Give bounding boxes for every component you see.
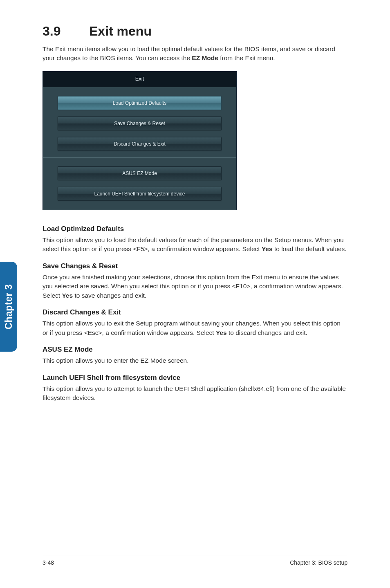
intro-paragraph: The Exit menu items allow you to load th… <box>43 45 347 63</box>
section-heading: Load Optimized Defaults <box>43 225 347 233</box>
section-text: This option allows you to attempt to lau… <box>43 385 346 401</box>
intro-text-c: from the Exit menu. <box>218 54 275 61</box>
page-heading: 3.9Exit menu <box>43 24 347 39</box>
section-paragraph: Once you are finished making your select… <box>43 273 347 300</box>
menu-item-discard-changes-exit[interactable]: Discard Changes & Exit <box>58 137 222 151</box>
menu-divider <box>43 157 236 158</box>
section-paragraph: This option allows you to load the defau… <box>43 236 347 254</box>
footer-chapter-title: Chapter 3: BIOS setup <box>290 559 347 566</box>
menu-item-save-changes-reset[interactable]: Save Changes & Reset <box>58 117 222 130</box>
section-bold-text: Yes <box>216 329 227 336</box>
menu-body: Load Optimized Defaults Save Changes & R… <box>43 87 236 210</box>
heading-title: Exit menu <box>89 24 152 38</box>
intro-text-a: The Exit menu items allow you to load th… <box>43 45 335 61</box>
section-text: to load the default values. <box>273 245 347 252</box>
section-paragraph: This option allows you to attempt to lau… <box>43 384 347 403</box>
section-heading: Save Changes & Reset <box>43 262 347 270</box>
exit-menu-screenshot: Exit Load Optimized Defaults Save Change… <box>43 71 237 210</box>
section-text: This option allows you to enter the EZ M… <box>43 357 189 364</box>
section-heading: ASUS EZ Mode <box>43 346 347 354</box>
section-heading: Launch UEFI Shell from filesystem device <box>43 374 347 382</box>
page-footer: 3-48 Chapter 3: BIOS setup <box>43 556 347 566</box>
menu-item-load-optimized-defaults[interactable]: Load Optimized Defaults <box>58 96 222 110</box>
footer-page-number: 3-48 <box>43 559 54 566</box>
intro-text-bold: EZ Mode <box>192 54 218 61</box>
menu-item-launch-uefi-shell[interactable]: Launch UEFI Shell from filesystem device <box>58 187 222 201</box>
chapter-side-tab: Chapter 3 <box>0 262 17 352</box>
menu-title: Exit <box>43 72 236 87</box>
section-text: to save changes and exit. <box>73 292 146 299</box>
sections: Load Optimized DefaultsThis option allow… <box>43 225 347 403</box>
section-bold-text: Yes <box>62 292 73 299</box>
section-paragraph: This option allows you to enter the EZ M… <box>43 356 347 365</box>
section-paragraph: This option allows you to exit the Setup… <box>43 319 347 337</box>
chapter-side-label: Chapter 3 <box>3 284 14 330</box>
section-heading: Discard Changes & Exit <box>43 308 347 316</box>
section-text: to discard changes and exit. <box>227 329 307 336</box>
section-bold-text: Yes <box>262 245 273 252</box>
page-content: 3.9Exit menu The Exit menu items allow y… <box>0 0 390 403</box>
heading-number: 3.9 <box>43 24 89 39</box>
menu-item-asus-ez-mode[interactable]: ASUS EZ Mode <box>58 166 222 180</box>
